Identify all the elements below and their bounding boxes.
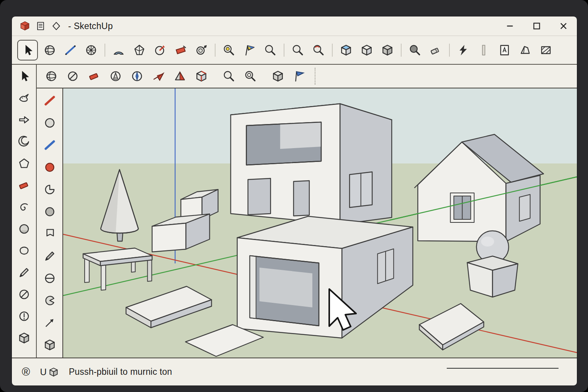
line-tool-icon[interactable] xyxy=(62,41,79,59)
prism-icon[interactable] xyxy=(516,41,534,59)
circle-outline-light-icon[interactable] xyxy=(41,114,58,131)
window-controls xyxy=(504,20,569,32)
toolbar-separator xyxy=(401,44,402,57)
lightning-bolt-icon[interactable] xyxy=(454,41,472,59)
toolbar-separator xyxy=(284,44,284,57)
main-toolbar xyxy=(12,36,577,65)
spiral-icon[interactable] xyxy=(16,199,33,216)
compass-blue-icon[interactable] xyxy=(128,67,146,85)
model-scene xyxy=(63,88,577,358)
titlebar-icons xyxy=(20,21,67,31)
u-label: U xyxy=(40,367,46,377)
zoom-dark-icon[interactable] xyxy=(406,41,424,59)
thin-bar-icon[interactable] xyxy=(475,41,493,59)
window-content xyxy=(12,65,577,358)
drawing-toolbar xyxy=(37,88,63,358)
cube-small-gray-icon[interactable] xyxy=(16,330,33,346)
status-message: Pussh-pbiuil to murnic ton xyxy=(69,367,172,377)
cube-small-gray-icon[interactable] xyxy=(41,336,58,353)
left-toolbar xyxy=(12,65,37,358)
cube-gray-icon[interactable] xyxy=(379,41,396,59)
pencil-icon[interactable] xyxy=(16,264,33,281)
arc-tool-icon[interactable] xyxy=(110,41,127,59)
eraser-red-icon[interactable] xyxy=(16,177,33,194)
protractor-red-icon[interactable] xyxy=(151,41,169,59)
faceted-gem-icon[interactable] xyxy=(131,41,148,59)
three-quarter-circle-icon[interactable] xyxy=(41,181,58,198)
toolbar-separator xyxy=(215,44,216,57)
orbit-tool-icon[interactable] xyxy=(42,67,60,85)
viewport-row xyxy=(37,88,577,358)
cube-blue-icon[interactable] xyxy=(337,41,355,59)
maximize-button[interactable] xyxy=(531,20,542,32)
zoom-plain-icon[interactable] xyxy=(261,41,279,59)
zoom-ring-icon[interactable] xyxy=(242,67,259,85)
rounded-blob-icon[interactable] xyxy=(16,242,33,259)
paper-plane-red-icon[interactable] xyxy=(150,67,167,85)
orbit-tool-icon[interactable] xyxy=(41,41,59,59)
zoom-yellow-icon[interactable] xyxy=(220,41,238,59)
pac-circle-icon[interactable] xyxy=(41,292,58,309)
red-thick-line-icon[interactable] xyxy=(41,92,58,109)
diamond-icon xyxy=(51,21,62,31)
desktop-background: - SketchUp xyxy=(0,0,588,392)
blue-thick-line-icon[interactable] xyxy=(41,137,58,154)
cube-red-edges-icon[interactable] xyxy=(193,67,210,85)
cube-white-icon[interactable] xyxy=(358,41,376,59)
circle-slash-icon[interactable] xyxy=(64,67,82,85)
circle-slash-icon[interactable] xyxy=(16,286,33,303)
cube-icon xyxy=(48,367,59,377)
dotted-separator xyxy=(315,68,315,85)
spoke-wheel-icon[interactable] xyxy=(82,41,100,59)
bird-icon[interactable] xyxy=(16,90,33,106)
banner-flag-icon[interactable] xyxy=(41,225,58,242)
cube-small-gray-icon[interactable] xyxy=(269,67,287,85)
arrow-northeast-icon[interactable] xyxy=(41,314,58,331)
arrow-right-outline-icon[interactable] xyxy=(16,111,33,128)
circle-offset-icon[interactable] xyxy=(193,41,210,59)
pan-flag-icon[interactable] xyxy=(241,41,258,59)
document-icon xyxy=(35,21,46,31)
toolbar-separator xyxy=(449,44,450,57)
titlebar: - SketchUp xyxy=(12,16,577,36)
window-title: - SketchUp xyxy=(68,21,113,31)
measurements-input[interactable] xyxy=(447,368,559,369)
registered-icon: ® xyxy=(22,366,30,378)
dome-circle-icon[interactable] xyxy=(16,220,33,237)
two-story-building[interactable] xyxy=(231,104,392,224)
red-filled-circle-icon[interactable] xyxy=(41,159,58,176)
gray-filled-circle-icon[interactable] xyxy=(41,203,58,220)
3d-viewport[interactable] xyxy=(63,88,577,358)
toolbar-separator xyxy=(332,44,333,57)
select-arrow-icon[interactable] xyxy=(17,40,38,60)
flag-blue-icon[interactable] xyxy=(291,67,308,85)
sketchup-logo-icon xyxy=(20,21,30,31)
select-arrow-icon[interactable] xyxy=(16,68,33,85)
zoom-red-icon[interactable] xyxy=(310,41,327,59)
crescent-icon[interactable] xyxy=(16,133,33,150)
triangle-red-gray-icon[interactable] xyxy=(171,67,189,85)
circle-alert-icon[interactable] xyxy=(16,308,33,325)
circle-chord-icon[interactable] xyxy=(41,270,58,287)
sketchup-window: - SketchUp xyxy=(11,16,577,386)
text-annotation-icon[interactable] xyxy=(496,41,513,59)
secondary-toolbar xyxy=(37,65,577,88)
right-region xyxy=(37,65,577,358)
zoom-plain-icon[interactable] xyxy=(289,41,307,59)
statusbar: ® U Pussh-pbiuil to murnic ton xyxy=(12,358,577,385)
zoom-plain-icon[interactable] xyxy=(220,67,238,85)
eraser-red-icon[interactable] xyxy=(85,67,103,85)
hatch-square-icon[interactable] xyxy=(537,41,555,59)
toolbar-separator xyxy=(105,44,105,57)
minimize-button[interactable] xyxy=(504,20,516,32)
close-button[interactable] xyxy=(558,20,569,32)
rotated-rectangle-red-icon[interactable] xyxy=(172,41,189,59)
eraser-slant-icon[interactable] xyxy=(427,41,444,59)
pencil-gray-icon[interactable] xyxy=(41,248,58,265)
cone-circle-icon[interactable] xyxy=(107,67,124,85)
pentagon-outline-icon[interactable] xyxy=(16,155,33,172)
